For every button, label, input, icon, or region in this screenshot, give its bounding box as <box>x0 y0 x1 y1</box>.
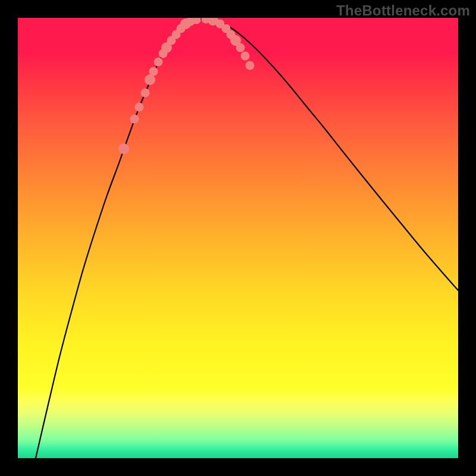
dip-marker <box>154 58 163 67</box>
bottleneck-curve-svg <box>18 18 458 458</box>
watermark-text: TheBottleneck.com <box>336 2 470 19</box>
dip-marker <box>141 89 150 98</box>
plot-area <box>18 18 458 458</box>
chart-frame: TheBottleneck.com <box>0 0 476 476</box>
dip-markers-group <box>118 18 255 154</box>
bottleneck-curve-path <box>36 19 458 458</box>
dip-marker <box>149 67 158 76</box>
dip-marker <box>145 74 155 85</box>
dip-marker <box>130 115 139 124</box>
dip-marker <box>118 143 129 154</box>
dip-marker <box>236 43 245 52</box>
dip-marker <box>246 61 255 70</box>
dip-marker <box>241 52 250 61</box>
dip-marker <box>135 103 144 112</box>
